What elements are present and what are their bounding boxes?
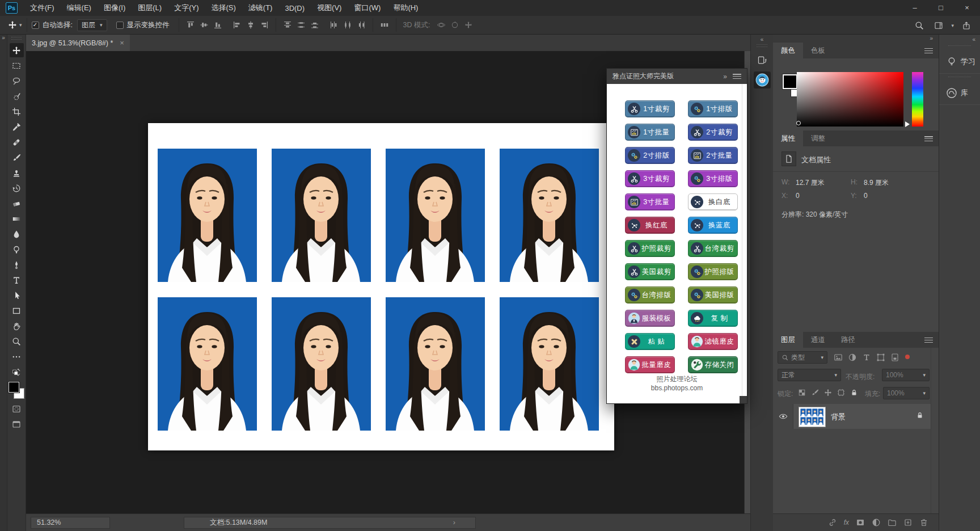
close-icon[interactable]: × [954, 0, 980, 16]
zoom-tool[interactable] [10, 334, 24, 348]
document-info-field[interactable]: 文档:5.13M/4.89M › [184, 517, 476, 529]
learn-panel-button[interactable]: 学习 [939, 50, 980, 73]
hue-slider[interactable] [912, 72, 923, 127]
pen-tool[interactable] [10, 258, 24, 272]
panel-tab[interactable]: 路径 [833, 332, 863, 348]
plugin-button[interactable]: 2寸批量 [688, 147, 738, 164]
current-tool-icon[interactable] [6, 18, 19, 32]
lasso-tool[interactable] [10, 74, 24, 88]
lock-position-icon[interactable] [824, 389, 832, 397]
layer-effects-icon[interactable]: fx [844, 519, 849, 526]
height-value[interactable]: 8.9 厘米 [864, 178, 889, 188]
type-tool[interactable] [10, 273, 24, 287]
menu-item[interactable]: 图层(L) [132, 3, 168, 13]
workspace-switcher-icon[interactable] [932, 19, 945, 32]
width-value[interactable]: 12.7 厘米 [796, 178, 825, 188]
plugin-button[interactable]: 服装模板 [625, 310, 675, 327]
hue-slider-marker[interactable] [905, 121, 913, 127]
layer-thumbnail[interactable] [799, 407, 826, 427]
plugin-resize-grip[interactable] [740, 396, 747, 403]
filter-smart-objects-icon[interactable] [890, 353, 899, 362]
plugin-button[interactable]: 3寸排版 [688, 170, 738, 187]
color-field[interactable] [797, 72, 903, 127]
align-top-edges-icon[interactable] [184, 18, 197, 32]
distribute-top-edges-icon[interactable] [281, 18, 294, 32]
lock-all-icon[interactable] [850, 389, 858, 397]
opacity-field[interactable]: 100%▾ [882, 369, 930, 381]
layer-row[interactable]: 背景 [773, 404, 931, 429]
delete-layer-icon[interactable] [919, 518, 928, 527]
filter-toggle-icon[interactable] [903, 353, 911, 361]
menu-item[interactable]: 帮助(H) [387, 3, 424, 13]
plugin-button[interactable]: 1寸裁剪 [625, 100, 675, 117]
path-selection-tool[interactable] [10, 288, 24, 302]
plugin-button[interactable]: 美国排版 [688, 286, 738, 304]
gradient-tool[interactable] [10, 212, 24, 226]
history-brush-tool[interactable] [10, 181, 24, 195]
auto-select-checkbox[interactable]: ✓ [32, 22, 39, 29]
3d-roll-icon[interactable] [448, 18, 462, 32]
left-collapse-strip[interactable]: » [0, 35, 7, 531]
panel-tab[interactable]: 颜色 [773, 43, 803, 58]
chevron-down-icon[interactable]: ▾ [951, 23, 954, 28]
menu-item[interactable]: 文字(Y) [168, 3, 205, 13]
foreground-color-swatch[interactable] [9, 382, 19, 393]
add-layer-mask-icon[interactable] [856, 518, 865, 527]
tool-preset-chevron-icon[interactable]: ▾ [19, 22, 22, 28]
plugin-button[interactable]: 2寸排版 [625, 147, 675, 164]
color-field-marker[interactable] [796, 121, 801, 125]
align-right-edges-icon[interactable] [257, 18, 271, 32]
dodge-tool[interactable] [10, 242, 24, 256]
new-layer-icon[interactable] [903, 518, 913, 527]
plugin-button[interactable]: 换红底 [625, 217, 675, 234]
menu-item[interactable]: 文件(F) [24, 3, 61, 13]
rectangle-tool[interactable] [10, 304, 24, 318]
y-value[interactable]: 0 [864, 192, 868, 200]
history-panel-icon[interactable] [754, 52, 771, 69]
align-vertical-centers-icon[interactable] [197, 18, 211, 32]
hand-tool[interactable] [10, 319, 24, 333]
show-transform-checkbox[interactable] [116, 22, 124, 29]
brush-tool[interactable] [10, 150, 24, 165]
layer-name[interactable]: 背景 [831, 412, 846, 422]
zoom-level-field[interactable]: 51.32% [31, 517, 110, 529]
auto-select-dropdown[interactable]: 图层▾ [77, 19, 107, 31]
collapse-panel-icon[interactable]: » [723, 73, 727, 81]
layer-filter-dropdown[interactable]: 类型▾ [778, 351, 827, 364]
menu-item[interactable]: 滤镜(T) [242, 3, 279, 13]
plugin-button[interactable]: 3寸批量 [625, 193, 675, 210]
search-icon[interactable] [913, 19, 926, 32]
plugin-button[interactable]: 复 制 [688, 310, 738, 327]
libraries-panel-button[interactable]: 库 [939, 82, 980, 104]
plugin-button[interactable]: 换白底 [688, 193, 738, 210]
link-layers-icon[interactable] [828, 518, 837, 527]
share-icon[interactable] [960, 19, 973, 32]
plugin-button[interactable]: 台湾裁剪 [688, 240, 738, 257]
3d-pan-icon[interactable] [462, 18, 475, 32]
panel-menu-icon[interactable] [924, 338, 933, 343]
move-tool[interactable] [10, 43, 24, 57]
align-bottom-edges-icon[interactable] [211, 18, 225, 32]
filter-type-layers-icon[interactable] [862, 353, 871, 362]
x-value[interactable]: 0 [796, 192, 800, 200]
align-left-edges-icon[interactable] [230, 18, 244, 32]
distribute-spacing-icon[interactable] [378, 18, 391, 32]
lock-artboard-icon[interactable] [837, 389, 845, 397]
distribute-left-edges-icon[interactable] [327, 18, 341, 32]
swap-colors-icon[interactable] [10, 365, 24, 379]
new-group-icon[interactable] [888, 518, 897, 527]
panel-menu-icon[interactable] [924, 136, 933, 141]
menu-item[interactable]: 图像(I) [98, 3, 132, 13]
plugin-button[interactable]: 3寸裁剪 [625, 170, 675, 187]
menu-item[interactable]: 编辑(E) [61, 3, 98, 13]
filter-adjustment-layers-icon[interactable] [848, 353, 857, 362]
clone-stamp-tool[interactable] [10, 166, 24, 180]
plugin-button[interactable]: 存储关闭 [688, 356, 738, 373]
panel-tab[interactable]: 图层 [773, 332, 803, 348]
plugin-button[interactable]: 换蓝底 [688, 217, 738, 234]
eraser-tool[interactable] [10, 196, 24, 210]
spot-healing-brush-tool[interactable] [10, 135, 24, 149]
menu-item[interactable]: 3D(D) [278, 4, 311, 12]
plugin-footer-url[interactable]: bbs.photops.com [607, 384, 747, 392]
plugin-button[interactable]: 护照排版 [688, 263, 738, 280]
